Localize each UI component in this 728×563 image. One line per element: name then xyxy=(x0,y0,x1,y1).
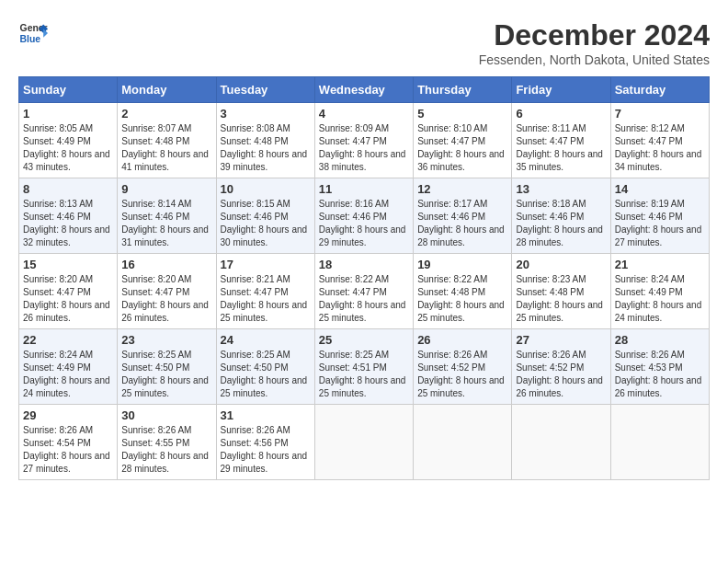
calendar-cell: 5Sunrise: 8:10 AMSunset: 4:47 PMDaylight… xyxy=(414,103,512,178)
calendar-week-row: 22Sunrise: 8:24 AMSunset: 4:49 PMDayligh… xyxy=(19,329,710,405)
day-number: 12 xyxy=(417,182,507,196)
calendar-cell: 2Sunrise: 8:07 AMSunset: 4:48 PMDaylight… xyxy=(118,103,216,178)
logo-icon: General Blue xyxy=(18,18,48,48)
day-of-week-header: Sunday xyxy=(19,77,118,103)
day-info: Sunrise: 8:16 AMSunset: 4:46 PMDaylight:… xyxy=(319,198,409,249)
day-info: Sunrise: 8:08 AMSunset: 4:48 PMDaylight:… xyxy=(221,122,311,174)
calendar-cell: 31Sunrise: 8:26 AMSunset: 4:56 PMDayligh… xyxy=(216,405,314,480)
month-title: December 2024 xyxy=(479,18,710,52)
day-number: 15 xyxy=(23,258,113,271)
day-number: 11 xyxy=(319,182,409,196)
calendar-cell: 13Sunrise: 8:18 AMSunset: 4:46 PMDayligh… xyxy=(512,178,610,254)
calendar-cell: 15Sunrise: 8:20 AMSunset: 4:47 PMDayligh… xyxy=(19,254,118,329)
calendar-cell: 22Sunrise: 8:24 AMSunset: 4:49 PMDayligh… xyxy=(19,329,118,405)
day-number: 30 xyxy=(121,408,211,422)
location: Fessenden, North Dakota, United States xyxy=(479,52,710,67)
calendar-cell xyxy=(610,405,709,480)
day-info: Sunrise: 8:14 AMSunset: 4:46 PMDaylight:… xyxy=(121,198,211,249)
page-header: General Blue December 2024 Fessenden, No… xyxy=(18,18,710,67)
day-of-week-header: Monday xyxy=(118,77,216,103)
calendar-cell: 23Sunrise: 8:25 AMSunset: 4:50 PMDayligh… xyxy=(118,329,216,405)
day-info: Sunrise: 8:11 AMSunset: 4:47 PMDaylight:… xyxy=(516,122,606,174)
day-info: Sunrise: 8:15 AMSunset: 4:46 PMDaylight:… xyxy=(221,198,311,249)
calendar-cell: 16Sunrise: 8:20 AMSunset: 4:47 PMDayligh… xyxy=(118,254,216,329)
day-number: 4 xyxy=(319,107,409,121)
calendar-cell: 8Sunrise: 8:13 AMSunset: 4:46 PMDaylight… xyxy=(19,178,118,254)
calendar-header-row: SundayMondayTuesdayWednesdayThursdayFrid… xyxy=(19,77,710,103)
day-number: 26 xyxy=(417,333,507,347)
calendar-cell: 11Sunrise: 8:16 AMSunset: 4:46 PMDayligh… xyxy=(314,178,413,254)
day-info: Sunrise: 8:25 AMSunset: 4:50 PMDaylight:… xyxy=(221,349,311,400)
day-number: 27 xyxy=(516,333,606,347)
svg-text:Blue: Blue xyxy=(20,34,41,44)
calendar-table: SundayMondayTuesdayWednesdayThursdayFrid… xyxy=(18,76,710,480)
day-number: 7 xyxy=(615,107,705,121)
calendar-cell: 26Sunrise: 8:26 AMSunset: 4:52 PMDayligh… xyxy=(414,329,512,405)
day-number: 14 xyxy=(615,182,705,196)
calendar-cell: 14Sunrise: 8:19 AMSunset: 4:46 PMDayligh… xyxy=(610,178,709,254)
day-of-week-header: Wednesday xyxy=(314,77,413,103)
day-number: 28 xyxy=(615,333,705,347)
day-number: 23 xyxy=(121,333,211,347)
day-of-week-header: Saturday xyxy=(610,77,709,103)
calendar-cell: 12Sunrise: 8:17 AMSunset: 4:46 PMDayligh… xyxy=(414,178,512,254)
day-info: Sunrise: 8:19 AMSunset: 4:46 PMDaylight:… xyxy=(615,198,705,249)
day-info: Sunrise: 8:21 AMSunset: 4:47 PMDaylight:… xyxy=(221,273,311,325)
day-info: Sunrise: 8:26 AMSunset: 4:55 PMDaylight:… xyxy=(121,424,211,476)
calendar-cell: 19Sunrise: 8:22 AMSunset: 4:48 PMDayligh… xyxy=(414,254,512,329)
day-number: 2 xyxy=(121,107,211,121)
calendar-cell: 3Sunrise: 8:08 AMSunset: 4:48 PMDaylight… xyxy=(216,103,314,178)
calendar-cell: 7Sunrise: 8:12 AMSunset: 4:47 PMDaylight… xyxy=(610,103,709,178)
calendar-cell: 4Sunrise: 8:09 AMSunset: 4:47 PMDaylight… xyxy=(314,103,413,178)
day-info: Sunrise: 8:07 AMSunset: 4:48 PMDaylight:… xyxy=(121,122,211,174)
day-number: 18 xyxy=(319,258,409,271)
calendar-cell: 18Sunrise: 8:22 AMSunset: 4:47 PMDayligh… xyxy=(314,254,413,329)
day-number: 1 xyxy=(23,107,113,121)
day-info: Sunrise: 8:17 AMSunset: 4:46 PMDaylight:… xyxy=(417,198,507,249)
calendar-cell xyxy=(414,405,512,480)
day-info: Sunrise: 8:25 AMSunset: 4:50 PMDaylight:… xyxy=(121,349,211,400)
calendar-cell: 10Sunrise: 8:15 AMSunset: 4:46 PMDayligh… xyxy=(216,178,314,254)
calendar-week-row: 29Sunrise: 8:26 AMSunset: 4:54 PMDayligh… xyxy=(19,405,710,480)
day-info: Sunrise: 8:24 AMSunset: 4:49 PMDaylight:… xyxy=(23,349,113,400)
day-number: 31 xyxy=(221,408,311,422)
day-of-week-header: Tuesday xyxy=(216,77,314,103)
calendar-cell: 28Sunrise: 8:26 AMSunset: 4:53 PMDayligh… xyxy=(610,329,709,405)
day-info: Sunrise: 8:10 AMSunset: 4:47 PMDaylight:… xyxy=(417,122,507,174)
day-info: Sunrise: 8:05 AMSunset: 4:49 PMDaylight:… xyxy=(23,122,113,174)
calendar-week-row: 15Sunrise: 8:20 AMSunset: 4:47 PMDayligh… xyxy=(19,254,710,329)
calendar-cell: 24Sunrise: 8:25 AMSunset: 4:50 PMDayligh… xyxy=(216,329,314,405)
day-number: 3 xyxy=(221,107,311,121)
day-info: Sunrise: 8:09 AMSunset: 4:47 PMDaylight:… xyxy=(319,122,409,174)
day-number: 25 xyxy=(319,333,409,347)
calendar-cell: 1Sunrise: 8:05 AMSunset: 4:49 PMDaylight… xyxy=(19,103,118,178)
calendar-cell: 21Sunrise: 8:24 AMSunset: 4:49 PMDayligh… xyxy=(610,254,709,329)
day-info: Sunrise: 8:12 AMSunset: 4:47 PMDaylight:… xyxy=(615,122,705,174)
logo: General Blue xyxy=(18,18,48,48)
calendar-cell: 25Sunrise: 8:25 AMSunset: 4:51 PMDayligh… xyxy=(314,329,413,405)
calendar-cell: 29Sunrise: 8:26 AMSunset: 4:54 PMDayligh… xyxy=(19,405,118,480)
day-number: 9 xyxy=(121,182,211,196)
calendar-cell xyxy=(314,405,413,480)
day-number: 24 xyxy=(221,333,311,347)
day-number: 19 xyxy=(417,258,507,271)
day-info: Sunrise: 8:18 AMSunset: 4:46 PMDaylight:… xyxy=(516,198,606,249)
day-number: 5 xyxy=(417,107,507,121)
calendar-week-row: 8Sunrise: 8:13 AMSunset: 4:46 PMDaylight… xyxy=(19,178,710,254)
calendar-cell: 20Sunrise: 8:23 AMSunset: 4:48 PMDayligh… xyxy=(512,254,610,329)
day-info: Sunrise: 8:24 AMSunset: 4:49 PMDaylight:… xyxy=(615,273,705,325)
day-info: Sunrise: 8:26 AMSunset: 4:52 PMDaylight:… xyxy=(417,349,507,400)
calendar-cell: 30Sunrise: 8:26 AMSunset: 4:55 PMDayligh… xyxy=(118,405,216,480)
calendar-week-row: 1Sunrise: 8:05 AMSunset: 4:49 PMDaylight… xyxy=(19,103,710,178)
day-of-week-header: Friday xyxy=(512,77,610,103)
day-number: 20 xyxy=(516,258,606,271)
day-info: Sunrise: 8:26 AMSunset: 4:54 PMDaylight:… xyxy=(23,424,113,476)
day-info: Sunrise: 8:26 AMSunset: 4:52 PMDaylight:… xyxy=(516,349,606,400)
day-number: 29 xyxy=(23,408,113,422)
day-info: Sunrise: 8:22 AMSunset: 4:47 PMDaylight:… xyxy=(319,273,409,325)
day-number: 10 xyxy=(221,182,311,196)
day-info: Sunrise: 8:25 AMSunset: 4:51 PMDaylight:… xyxy=(319,349,409,400)
calendar-cell: 6Sunrise: 8:11 AMSunset: 4:47 PMDaylight… xyxy=(512,103,610,178)
day-number: 22 xyxy=(23,333,113,347)
day-info: Sunrise: 8:13 AMSunset: 4:46 PMDaylight:… xyxy=(23,198,113,249)
